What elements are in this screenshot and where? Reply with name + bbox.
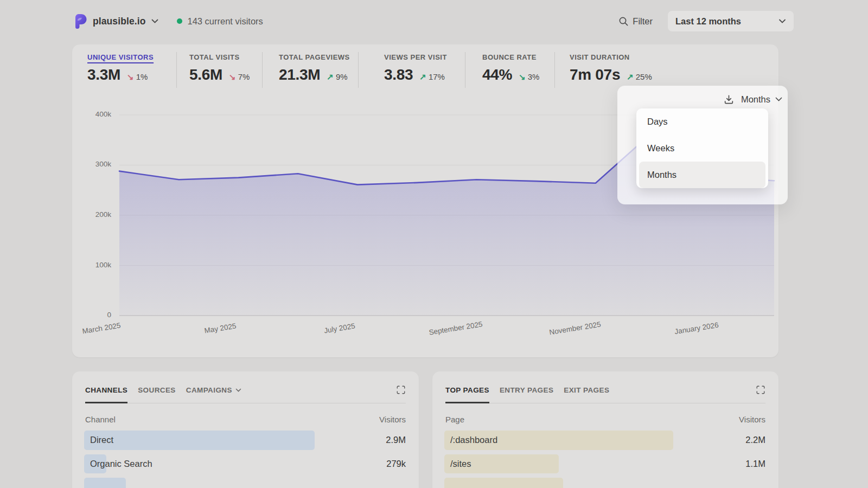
table-row[interactable] bbox=[445, 476, 765, 488]
chevron-down-icon bbox=[775, 97, 782, 101]
y-axis-tick: 400k bbox=[82, 110, 111, 118]
tab-top-pages[interactable]: TOP PAGES bbox=[445, 386, 489, 403]
column-visitors: Visitors bbox=[739, 415, 765, 424]
current-visitors-label: 143 current visitors bbox=[187, 16, 263, 27]
row-bar bbox=[444, 478, 563, 488]
table-row[interactable]: /:dashboard 2.2M bbox=[445, 428, 765, 452]
row-bar bbox=[84, 431, 315, 450]
top-bar-right: Filter Last 12 months bbox=[618, 11, 794, 31]
download-button[interactable] bbox=[724, 94, 734, 105]
expand-button[interactable] bbox=[756, 385, 765, 395]
top-bar: plausible.io 143 current visitors Filter… bbox=[74, 0, 794, 42]
interval-dropdown-button[interactable]: Months bbox=[741, 94, 782, 105]
menu-item-days[interactable]: Days bbox=[636, 108, 768, 135]
table-row[interactable] bbox=[85, 476, 406, 488]
interval-selected: Months bbox=[741, 94, 770, 105]
expand-button[interactable] bbox=[396, 385, 406, 395]
interval-dropdown-menu: Days Weeks Months bbox=[636, 108, 768, 188]
row-bar bbox=[84, 478, 126, 488]
y-axis-tick: 100k bbox=[82, 261, 111, 269]
pages-tabs: TOP PAGES ENTRY PAGES EXIT PAGES bbox=[445, 371, 765, 403]
column-visitors: Visitors bbox=[379, 415, 406, 424]
fullscreen-icon bbox=[396, 385, 406, 395]
plausible-logo-icon bbox=[74, 14, 87, 29]
tab-exit-pages[interactable]: EXIT PAGES bbox=[564, 386, 609, 403]
column-page: Page bbox=[445, 415, 464, 424]
pages-rows: /:dashboard 2.2M /sites 1.1M bbox=[445, 428, 765, 488]
y-axis-tick: 200k bbox=[82, 210, 111, 219]
filter-button[interactable]: Filter bbox=[618, 16, 653, 27]
interval-control: Months bbox=[724, 91, 782, 108]
date-range-picker[interactable]: Last 12 months bbox=[668, 11, 794, 31]
channels-table-header: Channel Visitors bbox=[85, 415, 406, 424]
fullscreen-icon bbox=[756, 385, 765, 395]
date-range-value: Last 12 months bbox=[675, 16, 741, 27]
menu-item-weeks[interactable]: Weeks bbox=[636, 135, 768, 162]
chevron-down-icon bbox=[235, 388, 241, 392]
column-channel: Channel bbox=[85, 415, 116, 424]
search-icon bbox=[618, 16, 628, 26]
channels-panel: CHANNELS SOURCES CAMPAIGNS Channel Visit… bbox=[72, 371, 419, 488]
y-axis-tick: 0 bbox=[82, 311, 111, 319]
tab-channels[interactable]: CHANNELS bbox=[85, 386, 127, 403]
site-switcher-chevron-down-icon[interactable] bbox=[151, 19, 158, 23]
download-icon bbox=[724, 94, 734, 105]
analytics-main-panel: UNIQUE VISITORS 3.3M ↘ 1% TOTAL VISITS 5… bbox=[72, 44, 778, 357]
tab-entry-pages[interactable]: ENTRY PAGES bbox=[500, 386, 553, 403]
filter-label: Filter bbox=[633, 16, 653, 27]
tab-sources[interactable]: SOURCES bbox=[138, 386, 176, 403]
current-visitors[interactable]: 143 current visitors bbox=[177, 16, 263, 27]
channels-tabs: CHANNELS SOURCES CAMPAIGNS bbox=[85, 371, 406, 403]
table-row[interactable]: Organic Search 279k bbox=[85, 452, 406, 476]
pages-panel: TOP PAGES ENTRY PAGES EXIT PAGES Page Vi… bbox=[432, 371, 778, 488]
site-name[interactable]: plausible.io bbox=[93, 16, 145, 27]
live-dot-icon bbox=[177, 18, 182, 24]
tab-campaigns[interactable]: CAMPAIGNS bbox=[186, 386, 241, 403]
table-row[interactable]: Direct 2.9M bbox=[85, 428, 406, 452]
menu-item-months[interactable]: Months bbox=[639, 162, 765, 188]
pages-table-header: Page Visitors bbox=[445, 415, 765, 424]
chevron-down-icon bbox=[778, 19, 786, 24]
y-axis-tick: 300k bbox=[82, 160, 111, 168]
channels-rows: Direct 2.9M Organic Search 279k bbox=[85, 428, 406, 488]
table-row[interactable]: /sites 1.1M bbox=[445, 452, 765, 476]
